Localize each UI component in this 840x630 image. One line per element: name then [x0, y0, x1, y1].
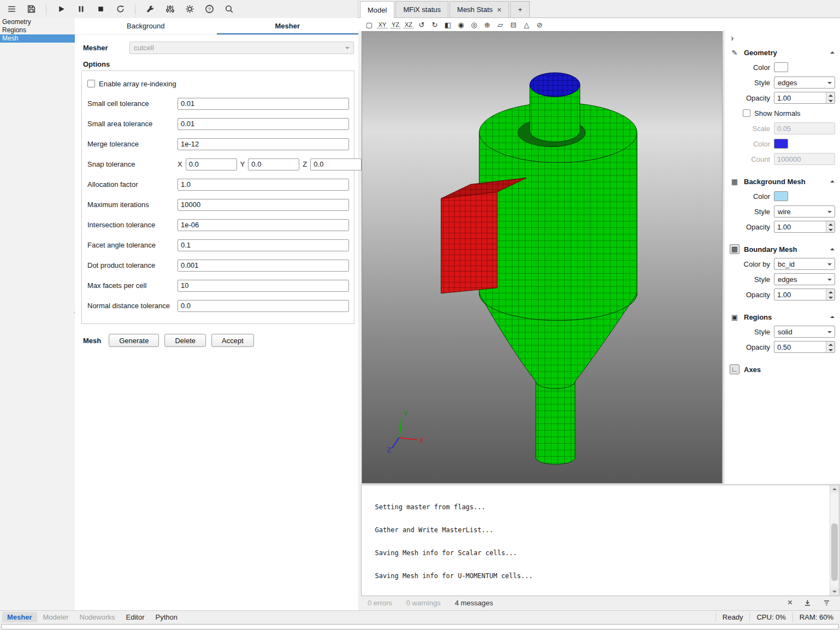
menu-button[interactable]: [3, 2, 20, 16]
rotate-left-icon[interactable]: ↺: [416, 19, 427, 30]
filter-messages-button[interactable]: [823, 599, 831, 607]
help-button[interactable]: ?: [201, 2, 217, 16]
vtk-3d-viewport[interactable]: Y X Z: [362, 31, 723, 484]
spin-up-icon[interactable]: [826, 342, 835, 347]
reset-button[interactable]: [112, 2, 128, 16]
tab-model[interactable]: Model: [360, 1, 394, 18]
collapse-panel-icon[interactable]: ›: [731, 33, 733, 43]
geometry-icon: ✎: [730, 49, 740, 57]
mesher-combo-value: cutcell: [134, 44, 154, 52]
mesher-combo[interactable]: cutcell: [129, 42, 354, 54]
facet-angle-tolerance-input[interactable]: [178, 239, 349, 251]
close-tab-icon[interactable]: ×: [497, 6, 501, 14]
mode-mesher[interactable]: Mesher: [2, 612, 37, 622]
boundary-mesh-style-label: Style: [731, 275, 770, 284]
spin-up-icon[interactable]: [826, 92, 835, 98]
clip-icon[interactable]: ⊘: [534, 19, 545, 30]
enable-array-reindexing-checkbox[interactable]: [87, 80, 95, 87]
enable-array-reindexing-label: Enable array re-indexing: [99, 80, 176, 88]
dot-product-tolerance-input[interactable]: [178, 260, 349, 272]
boundary-mesh-section-header[interactable]: ▩ Boundary Mesh: [724, 242, 840, 256]
nav-item-mesh[interactable]: Mesh: [0, 34, 75, 43]
snap-y-input[interactable]: [248, 158, 299, 170]
console-scrollbar[interactable]: [830, 485, 839, 596]
tab-mesher[interactable]: Mesher: [217, 18, 359, 34]
snap-tolerance-label: Snap tolerance: [87, 160, 178, 168]
cylinder-icon[interactable]: ⊟: [508, 19, 519, 30]
spin-down-icon[interactable]: [826, 227, 835, 232]
background-mesh-section-header[interactable]: ▦ Background Mesh: [724, 174, 840, 189]
scrollbar-thumb[interactable]: [831, 523, 838, 581]
regions-section-header[interactable]: ▣ Regions: [724, 310, 840, 324]
spin-down-icon[interactable]: [826, 295, 835, 300]
normals-scale-label: Scale: [731, 125, 770, 133]
spin-down-icon[interactable]: [826, 347, 835, 352]
save-button[interactable]: [23, 2, 39, 16]
nav-item-geometry[interactable]: Geometry: [0, 18, 75, 26]
axes-section-header[interactable]: ∟ Axes: [724, 362, 840, 376]
scroll-up-icon[interactable]: [830, 485, 839, 493]
tab-mfix-status[interactable]: MFiX status: [395, 1, 448, 17]
mode-python[interactable]: Python: [151, 612, 182, 622]
allocation-factor-input[interactable]: [178, 179, 349, 191]
cone-icon[interactable]: △: [521, 19, 532, 30]
mode-nodeworks[interactable]: Nodeworks: [75, 612, 120, 622]
cube-icon[interactable]: ▱: [495, 19, 506, 30]
background-mesh-color-swatch[interactable]: [774, 191, 788, 201]
maximum-iterations-input[interactable]: [178, 199, 349, 211]
delete-mesh-button[interactable]: Delete: [164, 334, 206, 347]
normals-count-input[interactable]: 100000: [774, 153, 835, 165]
build-button[interactable]: [142, 2, 158, 16]
stop-button[interactable]: [92, 2, 109, 16]
geometry-section-header[interactable]: ✎ Geometry: [724, 45, 840, 60]
mode-editor[interactable]: Editor: [121, 612, 150, 622]
regions-style-select[interactable]: solid: [774, 326, 835, 338]
merge-tolerance-input[interactable]: [178, 138, 349, 150]
spin-down-icon[interactable]: [826, 98, 835, 103]
view-xy-icon[interactable]: XY: [377, 21, 388, 28]
settings-button[interactable]: [181, 2, 198, 16]
spin-up-icon[interactable]: [826, 221, 835, 227]
view-xz-icon[interactable]: XZ: [403, 21, 414, 28]
view-yz-icon[interactable]: YZ: [390, 21, 401, 28]
new-tab-button[interactable]: +: [510, 1, 530, 17]
tab-background[interactable]: Background: [75, 18, 217, 34]
scroll-down-icon[interactable]: [830, 587, 839, 596]
tab-mesh-stats[interactable]: Mesh Stats ×: [449, 1, 509, 17]
save-log-button[interactable]: [803, 599, 812, 607]
search-button[interactable]: [221, 2, 237, 16]
pause-button[interactable]: [73, 2, 89, 16]
small-cell-tolerance-input[interactable]: [178, 98, 349, 110]
mode-modeler[interactable]: Modeler: [38, 612, 74, 622]
geometry-style-select[interactable]: edges: [774, 76, 835, 89]
snap-x-input[interactable]: [186, 158, 237, 170]
boundary-mesh-color-by-select[interactable]: bc_id: [774, 258, 835, 270]
background-mesh-style-select[interactable]: wire: [774, 205, 835, 217]
perspective-icon[interactable]: ◧: [442, 19, 453, 30]
intersection-tolerance-label: Intersection tolerance: [87, 221, 178, 229]
visibility-icon[interactable]: ◎: [469, 19, 480, 30]
snap-z-input[interactable]: [310, 158, 362, 170]
spin-up-icon[interactable]: [826, 289, 835, 295]
run-button[interactable]: [53, 2, 69, 16]
normals-scale-input[interactable]: 0.05: [774, 122, 835, 134]
geometry-color-swatch[interactable]: [774, 62, 788, 72]
axis-y-label: Y: [404, 410, 408, 418]
nav-item-regions[interactable]: Regions: [0, 26, 75, 34]
clear-console-button[interactable]: ×: [788, 598, 792, 607]
normal-distance-tolerance-input[interactable]: [178, 300, 349, 312]
reset-view-icon[interactable]: ▢: [364, 19, 375, 30]
small-area-tolerance-input[interactable]: [178, 118, 349, 130]
rotate-right-icon[interactable]: ↻: [429, 19, 440, 30]
sphere-icon[interactable]: ⊕: [482, 19, 493, 30]
generate-mesh-button[interactable]: Generate: [109, 334, 159, 347]
normals-color-swatch[interactable]: [774, 139, 788, 149]
intersection-tolerance-input[interactable]: [178, 219, 349, 231]
show-normals-checkbox[interactable]: [743, 109, 750, 117]
accept-mesh-button[interactable]: Accept: [211, 334, 254, 347]
parameters-button[interactable]: [162, 2, 178, 16]
max-facets-per-cell-input[interactable]: [178, 280, 349, 292]
screenshot-icon[interactable]: ◉: [456, 19, 466, 30]
search-icon: [224, 4, 234, 14]
boundary-mesh-style-select[interactable]: edges: [774, 273, 835, 285]
